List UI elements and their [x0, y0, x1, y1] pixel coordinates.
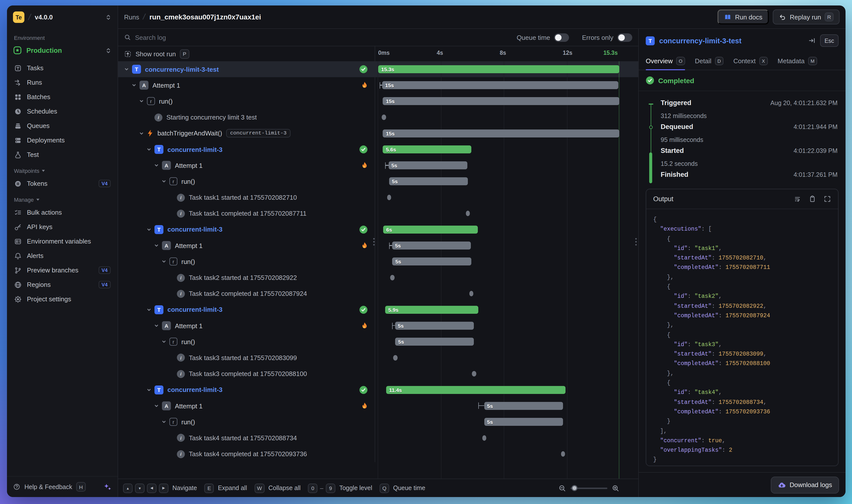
timeline-bar[interactable]: 11.4s [386, 386, 566, 394]
chevron-down-icon[interactable] [145, 227, 153, 232]
output-json[interactable]: { "executions": [ { "id": "task1", "star… [646, 209, 838, 466]
zoom-in-icon[interactable] [612, 484, 619, 492]
sidebar-item-tokens[interactable]: TokensV4 [10, 176, 114, 191]
span-row[interactable]: rrun()5s [118, 334, 638, 349]
environment-selector[interactable]: Production [7, 43, 118, 57]
copy-icon[interactable] [809, 195, 816, 203]
span-row[interactable]: AAttempt 115s [118, 77, 638, 93]
sidebar-item-batches[interactable]: Batches [10, 90, 114, 104]
timeline-bar[interactable]: 15s [383, 129, 619, 138]
span-row[interactable]: rrun()5s [118, 414, 638, 430]
replay-run-button[interactable]: Replay run R [773, 10, 839, 24]
log-event-dot[interactable] [387, 195, 391, 200]
tab-detail[interactable]: DetailD [695, 52, 724, 70]
toggle-switch[interactable] [617, 33, 632, 41]
sidebar-item-api-keys[interactable]: API keys [10, 220, 114, 234]
span-row[interactable]: Tconcurrent-limit-35.6s [118, 141, 638, 157]
timeline-bar[interactable]: 15s [382, 81, 619, 89]
log-event-dot[interactable] [393, 355, 397, 361]
zoom-slider-knob[interactable] [571, 485, 578, 491]
log-event-dot[interactable] [390, 275, 395, 281]
errors-only-toggle[interactable]: Errors only [582, 33, 632, 41]
span-row[interactable]: rrun()5s [118, 254, 638, 270]
sidebar-item-deployments[interactable]: Deployments [10, 133, 114, 147]
timeline-bar[interactable]: 5s [392, 241, 471, 250]
esc-button[interactable]: Esc [820, 34, 838, 47]
span-row[interactable]: Tconcurrent-limit-311.4s [118, 382, 638, 398]
expand-icon[interactable] [823, 195, 831, 203]
search-input[interactable]: Search log [135, 34, 504, 41]
chevron-down-icon[interactable] [138, 99, 145, 104]
chevron-down-icon[interactable] [160, 179, 167, 184]
timeline-bar[interactable]: 5s [484, 418, 563, 426]
span-row[interactable]: AAttempt 15s [118, 157, 638, 173]
span-row[interactable]: rrun()15s [118, 93, 638, 109]
timeline-bar[interactable]: 5.9s [385, 306, 478, 314]
download-logs-button[interactable]: Download logs [770, 476, 839, 493]
log-event-dot[interactable] [482, 435, 486, 441]
run-docs-button[interactable]: Run docs [717, 10, 769, 24]
timeline-bar[interactable]: 5s [484, 402, 563, 410]
chevron-down-icon[interactable] [138, 131, 145, 136]
span-row[interactable]: Tconcurrent-limit-35.9s [118, 302, 638, 318]
sidebar-item-preview-branches[interactable]: Preview branchesV4 [10, 263, 114, 277]
span-row[interactable]: AAttempt 15s [118, 237, 638, 253]
chevron-down-icon[interactable] [145, 307, 153, 312]
chevron-down-icon[interactable] [130, 83, 138, 88]
zoom-out-icon[interactable] [558, 484, 566, 492]
queue-time-toggle[interactable]: Queue time [517, 33, 569, 41]
sidebar-item-bulk-actions[interactable]: Bulk actions [10, 205, 114, 220]
sidebar-item-project-settings[interactable]: Project settings [10, 292, 114, 306]
tab-context[interactable]: ContextX [733, 52, 768, 70]
span-row[interactable]: AAttempt 15s [118, 398, 638, 414]
chevron-down-icon[interactable] [160, 259, 167, 264]
ai-sparkle-icon[interactable] [104, 483, 112, 491]
sidebar-item-runs[interactable]: Runs [10, 75, 114, 90]
log-event-dot[interactable] [469, 291, 473, 296]
sidebar-item-regions[interactable]: RegionsV4 [10, 277, 114, 292]
pane-resize-handle[interactable] [373, 238, 375, 246]
sidebar-item-tasks[interactable]: Tasks [10, 61, 114, 75]
log-row[interactable]: iTask task1 started at 1755702082710 [118, 190, 638, 205]
sidebar-item-schedules[interactable]: Schedules [10, 104, 114, 119]
log-event-dot[interactable] [472, 371, 476, 377]
sidebar-item-test[interactable]: Test [10, 147, 114, 162]
toggle-switch[interactable] [554, 33, 569, 41]
sidebar-item-alerts[interactable]: Alerts [10, 249, 114, 263]
log-row[interactable]: iTask task2 started at 1755702082922 [118, 270, 638, 286]
log-row[interactable]: iTask task3 started at 1755702083099 [118, 350, 638, 366]
log-row[interactable]: iTask task1 completed at 1755702087711 [118, 205, 638, 221]
timeline-bar[interactable]: 5s [395, 322, 474, 330]
chevron-down-icon[interactable] [160, 339, 167, 344]
timeline-bar[interactable]: 5.6s [383, 145, 471, 154]
span-row[interactable]: Tconcurrency-limit-3-test15.3s [118, 61, 638, 77]
chevron-down-icon[interactable] [123, 67, 130, 72]
log-row[interactable]: iTask task3 completed at 1755702088100 [118, 366, 638, 382]
log-search-bar[interactable]: Search log Queue time Errors only [118, 29, 638, 46]
log-row[interactable]: iTask task4 completed at 1755702093736 [118, 446, 638, 462]
tab-metadata[interactable]: MetadataM [778, 52, 817, 70]
manage-section-label[interactable]: Manage [7, 191, 118, 205]
chevron-down-icon[interactable] [153, 403, 160, 408]
breadcrumb[interactable]: Runs [124, 13, 139, 21]
log-row[interactable]: iTask task2 completed at 1755702087924 [118, 286, 638, 302]
span-row[interactable]: rrun()5s [118, 174, 638, 190]
show-root-run-button[interactable]: Show root run P [118, 46, 375, 61]
timeline-bar[interactable]: 6s [383, 226, 478, 234]
log-event-dot[interactable] [466, 211, 470, 216]
span-row[interactable]: AAttempt 15s [118, 318, 638, 334]
org-project-selector[interactable]: Te / v4.0.0 [7, 5, 118, 29]
chevron-down-icon[interactable] [160, 419, 167, 424]
sidebar-item-environment-variables[interactable]: Environment variables [10, 234, 114, 249]
help-feedback-button[interactable]: Help & Feedback [24, 483, 72, 490]
chevron-down-icon[interactable] [153, 243, 160, 248]
timeline-bar[interactable]: 5s [389, 178, 467, 185]
log-row[interactable]: iStarting concurrency limit 3 test [118, 109, 638, 125]
timeline-bar[interactable]: 5s [392, 258, 471, 266]
timeline-bar[interactable]: 15s [383, 97, 619, 105]
waitpoints-section-label[interactable]: Waitpoints [7, 162, 118, 176]
span-row[interactable]: batchTriggerAndWait()concurrent-limit-31… [118, 126, 638, 141]
tab-overview[interactable]: OverviewO [646, 52, 685, 70]
chevron-down-icon[interactable] [145, 388, 153, 393]
log-event-dot[interactable] [561, 451, 565, 457]
